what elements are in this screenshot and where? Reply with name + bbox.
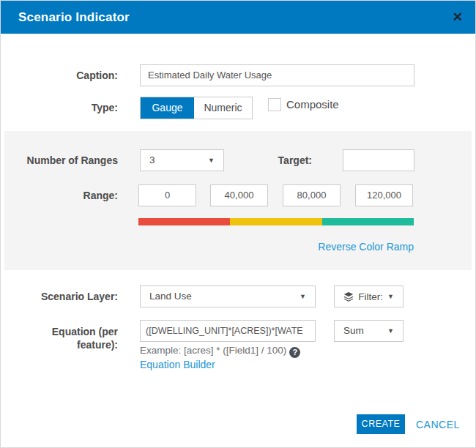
- range-input-2[interactable]: 40,000: [210, 184, 268, 206]
- range-label: Range:: [1, 190, 129, 201]
- help-icon[interactable]: ?: [289, 347, 300, 358]
- ramp-segment-red: [138, 218, 230, 225]
- composite-label: Composite: [286, 98, 339, 111]
- caption-input[interactable]: Estimated Daily Water Usage: [140, 64, 414, 86]
- caption-label: Caption:: [1, 70, 129, 81]
- number-of-ranges-value: 3: [149, 150, 155, 171]
- aggregation-value: Sum: [343, 321, 364, 341]
- type-option-numeric[interactable]: Numeric: [194, 97, 252, 119]
- chevron-down-icon: ▼: [387, 293, 394, 300]
- reverse-color-ramp-link[interactable]: Reverse Color Ramp: [264, 241, 414, 253]
- filter-label: Filter:: [358, 291, 383, 302]
- ramp-segment-yellow: [230, 218, 321, 225]
- chevron-down-icon: ▼: [300, 286, 306, 307]
- dialog-title: Scenario Indicator: [18, 1, 130, 34]
- chevron-down-icon: ▼: [387, 321, 394, 341]
- cancel-button[interactable]: CANCEL: [416, 419, 460, 430]
- number-of-ranges-label: Number of Ranges: [1, 154, 129, 166]
- equation-builder-link[interactable]: Equation Builder: [140, 359, 215, 370]
- close-icon[interactable]: ✕: [453, 1, 463, 34]
- range-input-4[interactable]: 120,000: [355, 184, 413, 206]
- type-label: Type:: [1, 102, 129, 113]
- scenario-indicator-dialog: Scenario Indicator ✕ Caption: Estimated …: [0, 0, 476, 448]
- color-ramp: [138, 218, 414, 225]
- dialog-header: Scenario Indicator ✕: [1, 1, 475, 34]
- type-option-gauge[interactable]: Gauge: [141, 97, 194, 119]
- scenario-layer-label: Scenario Layer:: [1, 291, 129, 302]
- aggregation-select[interactable]: Sum ▼: [334, 320, 404, 342]
- equation-input[interactable]: ([DWELLING_UNIT]*[ACRES])*[WATE: [140, 320, 316, 342]
- equation-example: Example: [acres] * ([Field1] / 100)?: [140, 345, 300, 358]
- range-input-1[interactable]: 0: [138, 184, 196, 206]
- target-input[interactable]: [343, 149, 414, 171]
- scenario-layer-select[interactable]: Land Use ▼: [140, 285, 316, 307]
- filter-dropdown[interactable]: Filter: ▼: [334, 285, 404, 307]
- range-input-3[interactable]: 80,000: [283, 184, 341, 206]
- layers-icon: [343, 291, 354, 302]
- type-toggle: Gauge Numeric: [140, 97, 253, 119]
- scenario-layer-value: Land Use: [149, 286, 192, 307]
- create-button[interactable]: CREATE: [357, 414, 405, 434]
- equation-label: Equation (per feature):: [1, 325, 129, 351]
- target-label: Target:: [195, 154, 323, 166]
- ramp-segment-green: [322, 218, 414, 225]
- composite-checkbox[interactable]: [268, 98, 281, 111]
